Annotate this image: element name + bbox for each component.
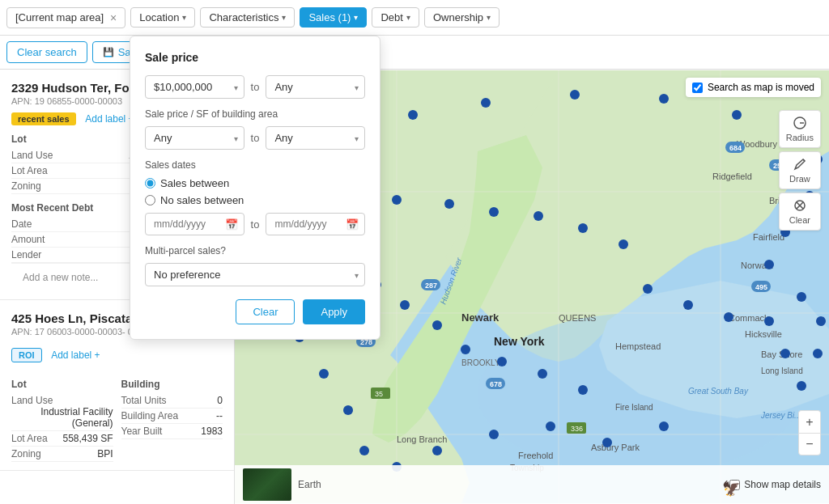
- earth-label: Earth: [298, 479, 321, 490]
- svg-point-94: [578, 385, 588, 395]
- to-label-1: to: [251, 81, 260, 93]
- multi-parcel-wrap: No preference Yes No ▾: [145, 263, 365, 286]
- sale-price-to-wrap: Any $5,000,000 $10,000,000 $50,000,000 ▾: [266, 75, 365, 99]
- sales-label: Sales (1): [308, 11, 351, 23]
- sf-from-select[interactable]: Any $10 $50 $100: [145, 126, 244, 150]
- search-as-moved-checkbox[interactable]: [692, 83, 703, 93]
- svg-text:495: 495: [755, 283, 767, 291]
- draw-icon: [793, 157, 807, 172]
- to-label-2: to: [251, 132, 260, 144]
- map-thumbnail[interactable]: [243, 468, 291, 501]
- zoom-in-button[interactable]: +: [798, 410, 821, 433]
- debt-chip[interactable]: Debt ▾: [372, 7, 419, 28]
- svg-text:336: 336: [571, 425, 583, 433]
- zoning-row-2: Zoning BPI: [11, 447, 113, 462]
- lot-area-label: Lot Area: [11, 165, 48, 176]
- svg-text:Commack: Commack: [729, 313, 769, 323]
- total-units-row: Total Units 0: [121, 393, 223, 409]
- clear-tool[interactable]: Clear: [779, 193, 821, 231]
- svg-text:Long Branch: Long Branch: [397, 434, 447, 444]
- multi-parcel-select[interactable]: No preference Yes No: [145, 263, 365, 286]
- svg-point-91: [546, 421, 555, 431]
- svg-point-58: [732, 110, 742, 120]
- building-area-value: --: [216, 410, 223, 421]
- svg-text:Hempstead: Hempstead: [615, 341, 661, 351]
- characteristics-chip[interactable]: Characteristics ▾: [200, 7, 295, 28]
- close-icon[interactable]: ×: [110, 11, 117, 24]
- location-label: Location: [139, 11, 179, 23]
- map-tools-col: Radius Draw Clear: [779, 110, 821, 231]
- no-sales-between-label: No sales between: [160, 194, 244, 206]
- svg-text:Fairfield: Fairfield: [753, 232, 784, 242]
- earth-section: Earth: [243, 468, 321, 501]
- property-2-building-col: Building Total Units 0 Building Area -- …: [121, 371, 223, 462]
- clear-search-label: Clear search: [17, 46, 77, 58]
- current-map-area-chip[interactable]: [Current map area] ×: [6, 7, 125, 28]
- add-label-button-2[interactable]: Add label +: [51, 349, 100, 361]
- dates-section-label: Sales dates: [145, 159, 365, 171]
- chevron-down-icon: ▾: [182, 13, 186, 22]
- location-chip[interactable]: Location ▾: [130, 7, 195, 28]
- svg-point-72: [780, 349, 790, 358]
- clear-button[interactable]: Clear: [236, 299, 295, 324]
- building-area-label: Building Area: [121, 410, 179, 421]
- draw-tool[interactable]: Draw: [779, 151, 821, 189]
- sf-section-label: Sale price / SF of building area: [145, 108, 365, 120]
- svg-point-67: [797, 381, 806, 391]
- land-use-value-2: Industrial Facility (General): [11, 406, 113, 429]
- calendar-icon[interactable]: 📅: [225, 218, 238, 231]
- sales-between-radio-row[interactable]: Sales between: [145, 177, 365, 189]
- debt-lender-label: Lender: [11, 249, 41, 260]
- svg-point-85: [319, 369, 329, 379]
- ownership-label: Ownership: [433, 11, 483, 23]
- show-map-details[interactable]: Show map details: [729, 479, 821, 490]
- zoning-value-2: BPI: [97, 448, 113, 460]
- no-sales-between-radio-row[interactable]: No sales between: [145, 194, 365, 206]
- sales-filter-popup: Sale price $10,000,000 Any $1,000,000 $5…: [130, 36, 380, 340]
- add-label-button-1[interactable]: Add label +: [85, 113, 134, 125]
- debt-label: Debt: [380, 11, 402, 23]
- sf-to-select[interactable]: Any $100 $500: [266, 126, 365, 150]
- map-zoom-controls: + −: [798, 410, 821, 455]
- svg-point-64: [797, 292, 806, 302]
- svg-text:Ridgefield: Ridgefield: [712, 172, 752, 181]
- zoom-out-button[interactable]: −: [798, 433, 821, 455]
- sf-to-wrap: Any $100 $500 ▾: [266, 126, 365, 150]
- sale-price-to-select[interactable]: Any $5,000,000 $10,000,000 $50,000,000: [266, 75, 365, 99]
- top-filter-bar: [Current map area] × Location ▾ Characte…: [0, 0, 829, 36]
- ownership-chip[interactable]: Ownership ▾: [424, 7, 500, 28]
- svg-point-95: [538, 369, 547, 379]
- sales-chip[interactable]: Sales (1) ▾: [300, 7, 367, 28]
- clear-search-button[interactable]: Clear search: [6, 41, 87, 63]
- sale-price-from-select[interactable]: $10,000,000 Any $1,000,000 $5,000,000: [145, 75, 244, 99]
- svg-point-77: [444, 199, 454, 209]
- svg-text:Long Island: Long Island: [761, 366, 803, 375]
- total-units-label: Total Units: [121, 395, 167, 406]
- radius-tool[interactable]: Radius: [779, 110, 821, 148]
- apply-button[interactable]: Apply: [303, 299, 365, 324]
- radius-label: Radius: [786, 133, 814, 142]
- property-2-lot-col: Lot Land Use Industrial Facility (Genera…: [11, 371, 113, 462]
- building-area-row: Building Area --: [121, 409, 223, 424]
- svg-point-66: [813, 349, 823, 358]
- svg-point-55: [481, 98, 491, 108]
- sale-price-sf-row: Any $10 $50 $100 ▾ to Any $100 $500 ▾: [145, 126, 365, 150]
- no-sales-between-radio[interactable]: [145, 195, 155, 205]
- year-built-value: 1983: [201, 426, 223, 437]
- svg-text:Hicksville: Hicksville: [745, 329, 782, 339]
- chevron-down-icon: ▾: [487, 13, 491, 22]
- roi-tag: ROI: [11, 348, 42, 362]
- svg-point-96: [497, 357, 507, 366]
- year-built-label: Year Built: [121, 426, 163, 437]
- property-details-2: Lot Land Use Industrial Facility (Genera…: [11, 371, 223, 462]
- svg-point-57: [659, 94, 669, 104]
- svg-text:Freehold: Freehold: [518, 451, 553, 460]
- sales-between-radio[interactable]: [145, 178, 155, 188]
- date-to-wrap: 📅: [266, 213, 365, 235]
- calendar-icon[interactable]: 📅: [346, 218, 359, 231]
- svg-point-89: [432, 446, 442, 455]
- zoning-label: Zoning: [11, 180, 41, 192]
- svg-point-70: [724, 312, 733, 322]
- svg-point-98: [432, 320, 442, 330]
- clear-icon: [793, 198, 807, 213]
